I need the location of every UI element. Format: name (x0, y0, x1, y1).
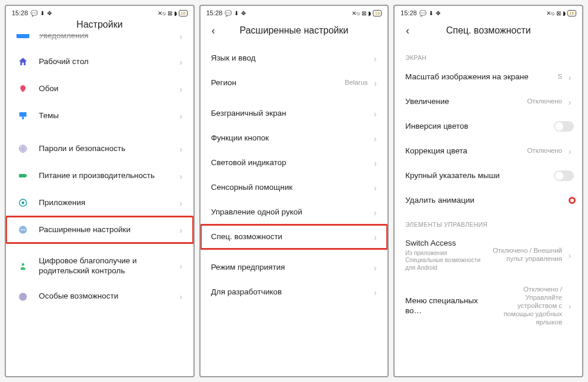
nosim-icon: ⊠ (168, 10, 172, 16)
row-label: Увеличение (405, 97, 527, 107)
row-enterprise[interactable]: Режим предприятия › (201, 255, 388, 280)
row-touch-assistant[interactable]: Сенсорный помощник › (201, 175, 388, 200)
row-magnification[interactable]: Увеличение Отключено › (395, 89, 582, 114)
row-label: Темы (39, 111, 177, 121)
battery-indicator: 16 (567, 10, 576, 16)
chevron-right-icon: › (177, 34, 185, 41)
row-label: Удалить анимации (405, 196, 570, 206)
row-color-correction[interactable]: Коррекция цвета Отключено › (395, 139, 582, 163)
row-label: Регион (211, 78, 345, 88)
svg-rect-6 (26, 175, 27, 177)
wifi-icon: ◗ (174, 10, 177, 16)
themes-icon (16, 109, 29, 122)
row-label: Обои (39, 84, 177, 94)
status-time: 15:28 (400, 9, 417, 16)
wifi-icon: ◗ (368, 10, 371, 16)
row-value: Отключено (527, 147, 562, 155)
row-onehand[interactable]: Управление одной рукой › (201, 200, 388, 224)
fingerprint-icon (16, 142, 29, 155)
row-value: Отключено / Внешний пульт управления (486, 247, 562, 263)
row-wallpaper[interactable]: Обои › (6, 75, 193, 102)
row-label: Пароли и безопасность (39, 144, 177, 154)
row-label: Особые возможности (39, 291, 177, 301)
row-advanced-settings[interactable]: Расширенные настройки › (6, 216, 193, 243)
row-passwords[interactable]: Пароли и безопасность › (6, 135, 193, 162)
row-label: Меню специальных во… (405, 296, 486, 316)
chat-icon: 💬 (225, 10, 232, 16)
download-icon: ⬇ (429, 10, 433, 16)
chevron-right-icon: › (177, 57, 185, 67)
chevron-right-icon: › (177, 225, 185, 235)
download-icon: ⬇ (40, 10, 45, 16)
svg-rect-0 (19, 112, 26, 117)
chevron-right-icon: › (177, 144, 185, 154)
row-label: Приложения (39, 198, 177, 208)
chat-icon: 💬 (31, 10, 38, 16)
row-label: Коррекция цвета (405, 146, 527, 156)
section-controls: ЭЛЕМЕНТЫ УПРАВЛЕНИЯ (395, 213, 582, 232)
row-notifications[interactable]: Уведомления › (6, 34, 193, 48)
row-themes[interactable]: Темы › (6, 102, 193, 129)
misc-icon: ✥ (47, 10, 52, 16)
svg-point-12 (24, 229, 25, 230)
toggle-large-pointer[interactable] (554, 170, 574, 181)
row-large-pointer[interactable]: Крупный указатель мыши (395, 163, 582, 188)
row-region[interactable]: Регион Belarus › (201, 71, 388, 95)
status-time: 15:28 (12, 9, 28, 16)
chevron-right-icon: › (177, 198, 185, 208)
row-label: Рабочий стол (39, 57, 177, 67)
row-accessibility-menu[interactable]: Меню специальных во… Отключено / Управля… (395, 279, 582, 333)
row-label: Switch Access (405, 239, 486, 249)
svg-point-13 (22, 263, 25, 266)
chevron-right-icon: › (177, 261, 185, 271)
chevron-right-icon: › (371, 158, 379, 168)
row-value: Belarus (345, 79, 368, 87)
row-developers[interactable]: Для разработчиков › (201, 280, 388, 304)
row-color-inversion[interactable]: Инверсия цветов (395, 114, 582, 139)
row-switch-access[interactable]: Switch Access Из приложения Специальные … (395, 232, 582, 279)
chat-icon: 💬 (419, 10, 426, 16)
chevron-right-icon: › (566, 146, 574, 156)
row-label: Сенсорный помощник (211, 183, 372, 193)
page-title: Расширенные настройки (201, 25, 388, 36)
chevron-right-icon: › (177, 111, 185, 121)
chevron-right-icon: › (566, 301, 574, 311)
nosim-icon: ⊠ (556, 10, 561, 16)
row-value: Отключено / Управляйте устройством с пом… (486, 286, 562, 326)
back-button[interactable]: ‹ (208, 25, 219, 36)
row-buttons[interactable]: Функции кнопок › (201, 126, 388, 150)
header: ‹ Спец. возможности (395, 19, 582, 46)
chevron-right-icon: › (177, 84, 185, 94)
row-desktop[interactable]: Рабочий стол › (6, 48, 193, 75)
vibrate-icon: ✕⍉ (352, 10, 360, 16)
status-time: 15:28 (206, 9, 223, 16)
chevron-right-icon: › (371, 183, 379, 193)
chevron-right-icon: › (371, 53, 379, 63)
row-led[interactable]: Световой индикатор › (201, 150, 388, 175)
row-accessibility[interactable]: Спец. возможности › (201, 224, 388, 249)
battery-indicator: 16 (179, 10, 188, 16)
row-label: Спец. возможности (211, 232, 372, 242)
row-label: Режим предприятия (211, 263, 372, 273)
header: ‹ Расширенные настройки (201, 19, 388, 46)
row-wellbeing[interactable]: Цифровое благополучие и родительский кон… (6, 249, 193, 283)
phone-screen-accessibility: 15:28 💬 ⬇ ✥ ✕⍉ ⊠ ◗ 16 ‹ Спец. возможност… (393, 5, 583, 377)
row-language[interactable]: Язык и ввод › (201, 46, 388, 71)
header: Настройки (6, 19, 193, 34)
download-icon: ⬇ (234, 10, 239, 16)
chevron-right-icon: › (371, 287, 379, 297)
battery-indicator: 16 (373, 10, 382, 16)
row-special[interactable]: Особые возможности › (6, 283, 193, 310)
row-remove-animations[interactable]: Удалить анимации (395, 188, 582, 213)
chevron-right-icon: › (371, 232, 379, 242)
svg-point-8 (22, 202, 25, 205)
row-apps[interactable]: Приложения › (6, 189, 193, 216)
chevron-right-icon: › (566, 72, 574, 82)
toggle-color-inversion[interactable] (554, 121, 574, 132)
row-power[interactable]: Питание и производительность › (6, 162, 193, 189)
row-fullscreen[interactable]: Безграничный экран › (201, 101, 388, 126)
back-button[interactable]: ‹ (402, 25, 413, 36)
wallpaper-icon (16, 82, 29, 95)
svg-point-14 (19, 293, 27, 301)
row-display-scale[interactable]: Масштаб изображения на экране S › (395, 65, 582, 89)
